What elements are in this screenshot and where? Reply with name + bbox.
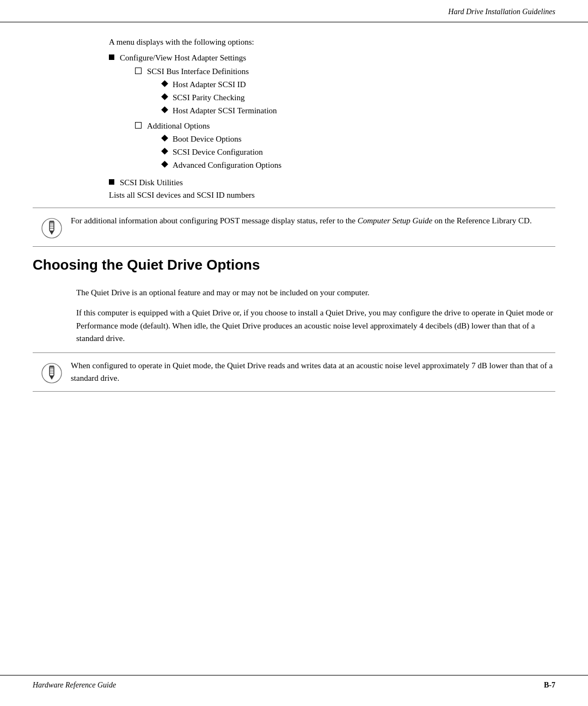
l3-item6-label: Advanced Configuration Options [173, 160, 281, 171]
svg-marker-9 [50, 376, 54, 380]
l3-item3-label: Host Adapter SCSI Termination [173, 105, 277, 117]
bullet-diamond-icon-1 [161, 80, 168, 87]
svg-marker-2 [50, 231, 54, 235]
note1-text-before: For additional information about configu… [71, 216, 358, 225]
main-content: A menu displays with the following optio… [0, 22, 588, 200]
l2-item2-label: Additional Options [147, 121, 210, 130]
note1-italic: Computer Setup Guide [358, 216, 432, 225]
bullet-checkbox-icon-1 [135, 68, 142, 74]
bullet-checkbox-icon-2 [135, 122, 142, 129]
bullet-square-icon-2 [109, 179, 114, 185]
bullet-diamond-icon-2 [161, 93, 168, 100]
header-title: Hard Drive Installation Guidelines [448, 8, 555, 16]
section-para1: The Quiet Drive is an optional feature a… [76, 287, 555, 299]
list-item-l3-4: Boot Device Options [162, 133, 281, 145]
intro-text: A menu displays with the following optio… [109, 38, 555, 47]
note-text-1: For additional information about configu… [71, 215, 555, 227]
list-item-l2-2: Additional Options Boot Device Options [135, 120, 281, 173]
bullet-diamond-icon-3 [161, 106, 168, 113]
note-block-1: For additional information about configu… [33, 208, 555, 247]
bullet-diamond-icon-5 [161, 148, 168, 155]
l3-item5-label: SCSI Device Configuration [173, 147, 263, 158]
svg-rect-13 [50, 366, 54, 368]
svg-rect-6 [50, 221, 54, 223]
note-text-2: When configured to operate in Quiet mode… [71, 360, 555, 384]
menu-list-l2-1: SCSI Bus Interface Definitions Host Adap… [135, 66, 281, 173]
note-block-2: When configured to operate in Quiet mode… [33, 352, 555, 392]
page: Hard Drive Installation Guidelines A men… [0, 0, 588, 706]
l2-item1-label: SCSI Bus Interface Definitions [147, 67, 249, 76]
l3-item1-label: Host Adapter SCSI ID [173, 79, 246, 90]
list-item-l3-3: Host Adapter SCSI Termination [162, 105, 277, 117]
list-item-l3-2: SCSI Parity Checking [162, 92, 277, 104]
menu-list-l3-2: Boot Device Options SCSI Device Configur… [162, 133, 281, 171]
footer-left: Hardware Reference Guide [33, 681, 116, 690]
note-icon-2 [33, 360, 71, 385]
l3-item4-label: Boot Device Options [173, 133, 242, 145]
list-item-l1-1: Configure/View Host Adapter Settings SCS… [109, 52, 555, 175]
menu-list-l1: Configure/View Host Adapter Settings SCS… [109, 52, 555, 188]
bullet-square-icon [109, 54, 114, 60]
page-header: Hard Drive Installation Guidelines [0, 0, 588, 22]
note1-text-after: on the Reference Library CD. [432, 216, 531, 225]
pencil-icon-2 [40, 362, 63, 385]
footer-right: B-7 [544, 681, 555, 690]
list-item-l3-6: Advanced Configuration Options [162, 160, 281, 171]
l1-item1-label: Configure/View Host Adapter Settings [120, 53, 246, 62]
section-para2: If this computer is equipped with a Quie… [76, 307, 555, 345]
bullet-diamond-icon-6 [161, 161, 168, 168]
list-item-l1-2: SCSI Disk Utilities [109, 177, 555, 188]
note-icon-1 [33, 215, 71, 240]
bullet-diamond-icon-4 [161, 135, 168, 142]
list-item-l3-5: SCSI Device Configuration [162, 147, 281, 158]
menu-list-l3-1: Host Adapter SCSI ID SCSI Parity Checkin… [162, 79, 277, 117]
l3-item2-label: SCSI Parity Checking [173, 92, 245, 104]
pencil-icon [40, 217, 63, 240]
list-item-l3-1: Host Adapter SCSI ID [162, 79, 277, 90]
page-footer: Hardware Reference Guide B-7 [0, 675, 588, 690]
section-heading: Choosing the Quiet Drive Options [33, 257, 555, 277]
l1-item2-label: SCSI Disk Utilities [120, 177, 183, 188]
lists-text: Lists all SCSI devices and SCSI ID numbe… [109, 191, 555, 200]
list-item-l2-1: SCSI Bus Interface Definitions Host Adap… [135, 66, 281, 118]
